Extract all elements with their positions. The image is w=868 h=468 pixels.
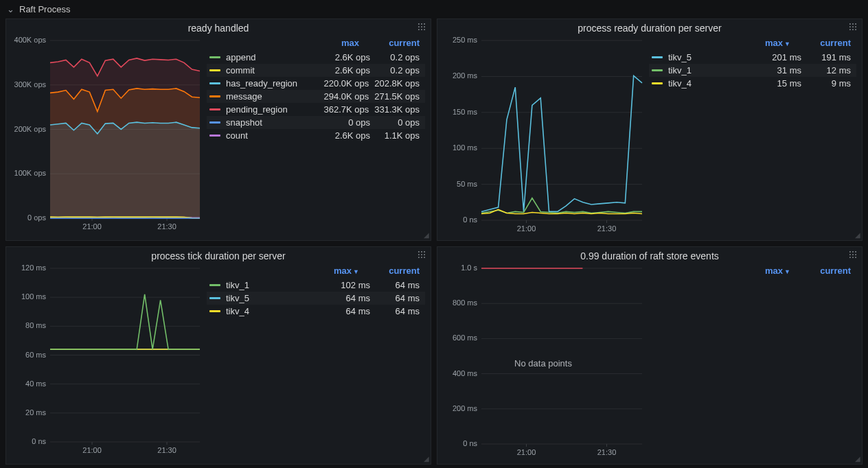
svg-text:21:00: 21:00 [82, 222, 102, 231]
legend-header-max[interactable]: max [315, 38, 359, 48]
svg-point-81 [849, 257, 851, 258]
svg-text:80 ms: 80 ms [25, 321, 46, 329]
svg-text:40 ms: 40 ms [25, 379, 46, 388]
legend-swatch [209, 82, 220, 84]
legend-swatch [209, 121, 220, 124]
svg-point-6 [418, 29, 420, 30]
legend-name: tikv_4 [668, 78, 752, 89]
legend-name: tikv_5 [668, 52, 752, 62]
legend-swatch [209, 56, 220, 58]
svg-text:21:00: 21:00 [82, 446, 102, 454]
svg-point-79 [852, 254, 854, 255]
legend-row[interactable]: commit2.6K ops0.2 ops [207, 64, 425, 77]
chart[interactable]: 0 ns50 ms100 ms150 ms200 ms250 ms21:0021… [442, 36, 645, 237]
legend-swatch [209, 284, 220, 286]
legend-row[interactable]: count2.6K ops1.1K ops [207, 129, 425, 142]
legend-name: pending_region [226, 104, 318, 115]
svg-point-53 [424, 254, 425, 255]
svg-point-82 [852, 257, 854, 258]
legend-max: 362.7K ops [323, 104, 369, 115]
legend-max: 64 ms [326, 306, 370, 316]
svg-point-54 [418, 257, 420, 258]
legend-max: 2.6K ops [326, 52, 370, 62]
svg-point-31 [855, 29, 856, 30]
legend-row[interactable]: tikv_564 ms64 ms [207, 292, 425, 305]
legend-name: append [226, 52, 321, 62]
panel-title[interactable]: ready handled [6, 19, 431, 36]
panel-title[interactable]: 0.99 duration of raft store events [437, 247, 862, 264]
svg-point-49 [421, 251, 422, 253]
legend-current: 0 ops [376, 117, 420, 128]
sort-desc-icon: ▼ [784, 268, 790, 275]
svg-point-25 [855, 23, 856, 25]
svg-point-77 [855, 251, 856, 253]
legend-row[interactable]: pending_region362.7K ops331.3K ops [207, 103, 425, 116]
legend-row[interactable]: tikv_5201 ms191 ms [649, 51, 856, 64]
legend-header-current[interactable]: current [807, 38, 851, 48]
chevron-down-icon: ⌄ [7, 4, 14, 14]
svg-text:120 ms: 120 ms [21, 264, 47, 272]
legend-current: 271.5K ops [374, 91, 420, 102]
svg-text:21:30: 21:30 [597, 224, 617, 233]
svg-point-3 [418, 26, 420, 27]
svg-point-29 [849, 29, 851, 30]
no-data-label: No data points [514, 358, 572, 368]
svg-point-23 [849, 23, 851, 25]
svg-point-78 [849, 254, 851, 255]
legend-header-current[interactable]: current [376, 38, 420, 48]
legend-name: has_ready_region [226, 78, 318, 89]
chart[interactable]: 0 ns200 ms400 ms600 ms800 ms1.0 s21:0021… [442, 264, 645, 461]
legend-max: 2.6K ops [326, 130, 370, 141]
legend-row[interactable]: tikv_1102 ms64 ms [207, 279, 425, 292]
legend-header-max[interactable]: max▼ [315, 266, 359, 276]
row-header[interactable]: ⌄ Raft Process [0, 0, 868, 19]
chart[interactable]: 0 ops100K ops200K ops300K ops400K ops21:… [10, 36, 203, 237]
svg-point-30 [852, 29, 854, 30]
legend-row[interactable]: snapshot0 ops0 ops [207, 116, 425, 129]
panel-menu-icon[interactable] [417, 22, 426, 34]
legend-max: 0 ops [326, 117, 370, 128]
legend-max: 201 ms [757, 52, 801, 62]
legend-row[interactable]: tikv_415 ms9 ms [649, 77, 856, 90]
panel-process-ready-duration: process ready duration per server 0 ns50… [437, 19, 863, 241]
svg-point-56 [424, 257, 425, 258]
legend-swatch [209, 297, 220, 299]
svg-text:21:30: 21:30 [597, 448, 617, 456]
legend-row[interactable]: append2.6K ops0.2 ops [207, 51, 425, 64]
panel-menu-icon[interactable] [848, 22, 858, 34]
legend-max: 102 ms [326, 280, 370, 290]
svg-text:0 ns: 0 ns [463, 439, 477, 447]
legend-current: 64 ms [376, 306, 420, 316]
legend-header-current[interactable]: current [376, 266, 420, 276]
chart[interactable]: 0 ns20 ms40 ms60 ms80 ms100 ms120 ms21:0… [10, 264, 203, 461]
svg-point-26 [849, 26, 851, 27]
legend-header-current[interactable]: current [807, 266, 851, 276]
legend-row[interactable]: tikv_131 ms12 ms [649, 64, 856, 77]
legend: max▼ current tikv_5201 ms191 mstikv_131 … [645, 36, 856, 237]
row-title: Raft Process [19, 4, 70, 14]
panel-menu-icon[interactable] [417, 250, 426, 261]
svg-point-48 [418, 251, 420, 253]
svg-point-51 [418, 254, 420, 255]
legend-row[interactable]: has_ready_region220.0K ops202.8K ops [207, 77, 425, 90]
legend-row[interactable]: message294.0K ops271.5K ops [207, 90, 425, 103]
legend-row[interactable]: tikv_464 ms64 ms [207, 305, 425, 318]
legend-name: message [226, 91, 318, 102]
svg-text:0 ns: 0 ns [32, 437, 46, 445]
panel-title[interactable]: process tick duration per server [6, 247, 431, 264]
legend-header-max[interactable]: max▼ [746, 38, 790, 48]
legend-current: 64 ms [376, 293, 420, 303]
svg-text:300K ops: 300K ops [14, 80, 47, 89]
legend-current: 12 ms [807, 65, 851, 75]
legend: max current append2.6K ops0.2 opscommit2… [203, 36, 425, 237]
panel-title[interactable]: process ready duration per server [437, 19, 862, 36]
legend-name: snapshot [226, 117, 321, 128]
legend-header-max[interactable]: max▼ [746, 266, 790, 276]
svg-point-1 [421, 23, 422, 25]
svg-point-5 [424, 26, 425, 27]
svg-point-80 [855, 254, 856, 255]
svg-point-75 [849, 251, 851, 253]
panel-menu-icon[interactable] [848, 250, 858, 261]
panel-process-tick-duration: process tick duration per server 0 ns20 … [5, 246, 431, 465]
svg-point-28 [855, 26, 856, 27]
